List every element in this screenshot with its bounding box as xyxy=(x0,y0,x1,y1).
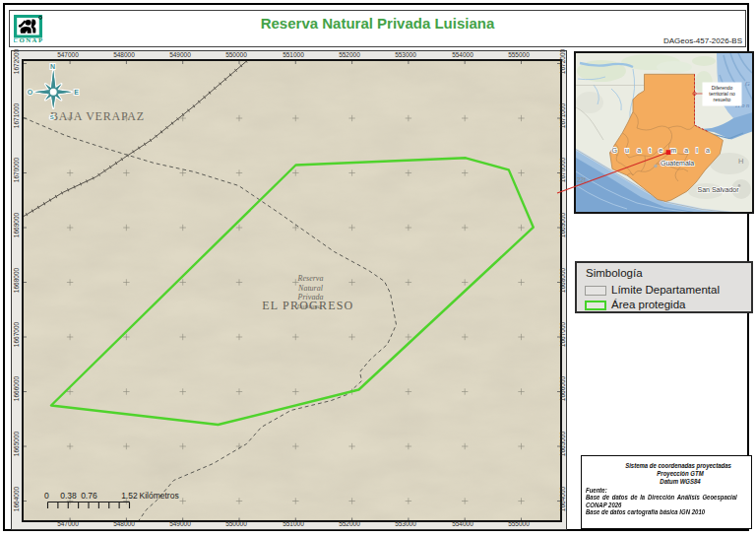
svg-text:22t: 22t xyxy=(577,176,586,183)
svg-text:San Salvador: San Salvador xyxy=(698,186,740,193)
svg-text:0.76: 0.76 xyxy=(81,491,97,501)
svg-text:S: S xyxy=(49,114,53,120)
svg-text:Reserva: Reserva xyxy=(296,274,323,283)
svg-text:resuelto: resuelto xyxy=(714,97,731,102)
svg-text:O: O xyxy=(27,88,32,95)
svg-text:0.38: 0.38 xyxy=(60,491,77,501)
svg-text:1.52: 1.52 xyxy=(121,491,138,501)
svg-text:N: N xyxy=(49,62,54,69)
svg-text:Privada: Privada xyxy=(296,293,323,302)
svg-text:G u a t e m a l a: G u a t e m a l a xyxy=(612,147,714,154)
svg-text:Kilómetros: Kilómetros xyxy=(139,491,178,501)
svg-text:Guatemala: Guatemala xyxy=(661,160,694,167)
svg-text:G: G xyxy=(745,80,750,87)
svg-text:0: 0 xyxy=(44,491,49,501)
svg-text:BAJA VERAPAZ: BAJA VERAPAZ xyxy=(50,109,145,123)
svg-text:CONAP: CONAP xyxy=(14,36,44,43)
svg-text:H o: H o xyxy=(738,157,753,166)
svg-text:E: E xyxy=(74,88,79,95)
svg-text:Natural: Natural xyxy=(297,283,324,292)
